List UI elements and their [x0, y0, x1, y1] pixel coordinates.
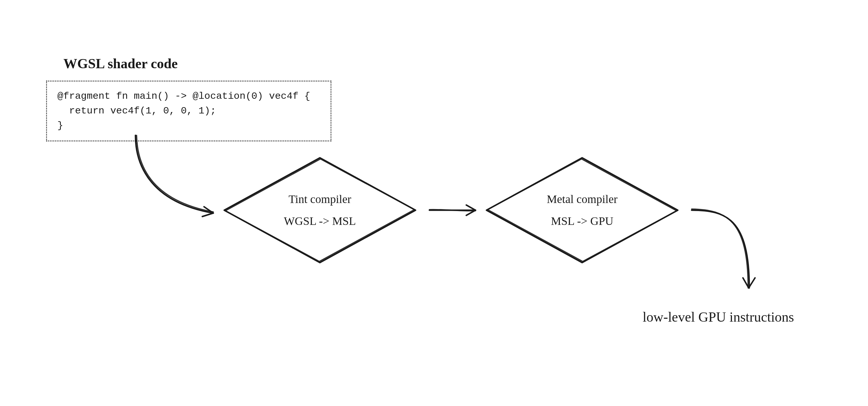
- wgsl-code-box: @fragment fn main() -> @location(0) vec4…: [46, 80, 332, 141]
- output-label: low-level GPU instructions: [643, 308, 794, 326]
- arrow-tint-to-metal: [429, 205, 475, 215]
- tint-sub: WGSL -> MSL: [284, 210, 356, 232]
- code-line-3: }: [57, 120, 63, 131]
- code-line-1: @fragment fn main() -> @location(0) vec4…: [57, 91, 310, 102]
- tint-compiler-node: Tint compiler WGSL -> MSL: [222, 156, 418, 265]
- arrow-code-to-tint: [135, 135, 213, 216]
- metal-title: Metal compiler: [547, 188, 617, 210]
- metal-text: Metal compiler MSL -> GPU: [547, 188, 617, 232]
- tint-text: Tint compiler WGSL -> MSL: [284, 188, 356, 232]
- arrow-metal-to-output: [692, 209, 755, 288]
- metal-compiler-node: Metal compiler MSL -> GPU: [484, 156, 680, 265]
- metal-sub: MSL -> GPU: [547, 210, 617, 232]
- code-line-2: return vec4f(1, 0, 0, 1);: [57, 105, 216, 116]
- wgsl-title: WGSL shader code: [63, 55, 178, 73]
- tint-title: Tint compiler: [284, 188, 356, 210]
- diagram-canvas: WGSL shader code @fragment fn main() -> …: [0, 0, 868, 406]
